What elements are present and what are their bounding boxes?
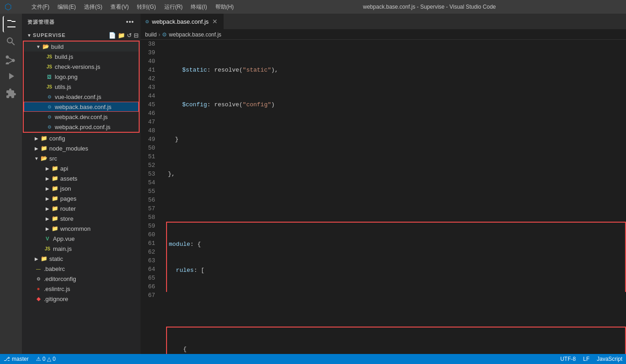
menu-help[interactable]: 帮助(H): [212, 2, 238, 12]
menu-edit[interactable]: 编辑(E): [54, 2, 79, 12]
tree-item-logo[interactable]: 🖼 logo.png: [24, 72, 139, 82]
tree-arrow-wncommon: ▶: [44, 225, 51, 232]
tree-arrow-build: ▼: [35, 43, 42, 50]
tree-label-config: config: [49, 135, 65, 142]
menu-select[interactable]: 选择(S): [80, 2, 106, 12]
tree-label-assets: assets: [60, 175, 78, 182]
activity-source-control-icon[interactable]: [3, 51, 19, 67]
tree-item-webpack-prod[interactable]: ⚙ webpack.prod.conf.js: [24, 122, 139, 132]
activity-extensions-icon[interactable]: [3, 85, 19, 102]
tree-item-build-js[interactable]: JS build.js: [24, 52, 139, 62]
menu-terminal[interactable]: 终端(I): [187, 2, 210, 12]
tree-label-check-versions: check-versions.js: [55, 63, 100, 70]
menu-view[interactable]: 查看(V): [107, 2, 132, 12]
sidebar-header-actions: •••: [125, 17, 135, 26]
menu-goto[interactable]: 转到(G): [133, 2, 159, 12]
breadcrumb-build[interactable]: build: [145, 31, 156, 38]
code-line-40: }: [168, 135, 626, 144]
folder-icon-pages: 📁: [51, 195, 58, 202]
code-line-44: {: [169, 345, 623, 354]
status-errors: ⚠ 0 △ 0: [36, 356, 56, 362]
tree-label-logo: logo.png: [55, 73, 78, 80]
tree-item-router[interactable]: ▶ 📁 router: [22, 203, 141, 213]
conf-icon-3: ⚙: [46, 113, 53, 120]
vscode-logo-icon: ⬡: [5, 2, 12, 12]
tree-item-eslintrc[interactable]: ● .eslintrc.js: [22, 284, 141, 294]
conf-icon-1: ⚙: [46, 93, 53, 100]
tree-item-assets[interactable]: ▶ 📁 assets: [22, 173, 141, 183]
eslint-icon: ●: [35, 285, 42, 292]
breadcrumb-filename[interactable]: webpack.base.conf.js: [169, 31, 221, 38]
tree-root-label: SUPERVISE: [33, 32, 66, 38]
tree-item-check-versions[interactable]: JS check-versions.js: [24, 62, 139, 72]
tree-item-vue-loader-conf[interactable]: ⚙ vue-loader.conf.js: [24, 92, 139, 102]
tree-label-app-vue: App.vue: [53, 235, 75, 242]
tree-arrow-router: ▶: [44, 205, 51, 212]
line-num-64: 64: [141, 265, 159, 274]
tree-label-store: store: [60, 215, 73, 222]
status-encoding: UTF-8: [560, 356, 576, 362]
tree-item-utils[interactable]: JS utils.js: [24, 82, 139, 92]
refresh-icon[interactable]: ↺: [127, 32, 132, 39]
activity-run-icon[interactable]: [3, 68, 19, 84]
tree-arrow-supervise: ▼: [26, 31, 33, 39]
line-num-54: 54: [141, 178, 159, 187]
new-file-icon[interactable]: 📄: [109, 32, 116, 39]
tree-item-src[interactable]: ▼ 📂 src: [22, 153, 141, 163]
tree-item-store[interactable]: ▶ 📁 store: [22, 213, 141, 224]
png-icon: 🖼: [46, 73, 53, 80]
code-line-41: },: [168, 170, 626, 178]
tab-close-button[interactable]: ✕: [211, 18, 219, 25]
line-num-46: 46: [141, 109, 159, 118]
activity-explorer-icon[interactable]: [3, 16, 19, 32]
tree-item-webpack-base[interactable]: ⚙ webpack.base.conf.js: [24, 102, 139, 112]
line-num-39: 39: [141, 48, 159, 57]
line-num-60: 60: [141, 230, 159, 239]
js-icon: JS: [46, 53, 53, 60]
tree-item-static[interactable]: ▶ 📁 static: [22, 254, 141, 264]
line-num-63: 63: [141, 256, 159, 265]
tree-label-webpack-base: webpack.base.conf.js: [55, 104, 111, 110]
tree-item-config[interactable]: ▶ 📁 config: [22, 133, 141, 143]
tree-arrow-api: ▶: [44, 165, 51, 172]
tree-item-babelrc[interactable]: — .babelrc: [22, 264, 141, 274]
tree-item-node-modules[interactable]: ▶ 📁 node_modules: [22, 143, 141, 153]
activity-bar: [0, 14, 22, 354]
tab-file-icon: ⚙: [145, 19, 149, 24]
tree-item-app-vue[interactable]: V App.vue: [22, 234, 141, 244]
js-icon-3: JS: [46, 83, 53, 90]
outer-red-box-top: module: { rules: [: [166, 222, 626, 292]
tree-item-wncommon[interactable]: ▶ 📁 wncommon: [22, 224, 141, 234]
tree-item-pages[interactable]: ▶ 📁 pages: [22, 193, 141, 203]
tree-item-json[interactable]: ▶ 📁 json: [22, 183, 141, 193]
vue-icon: V: [44, 235, 51, 242]
new-folder-icon[interactable]: 📁: [118, 32, 125, 39]
line-num-62: 62: [141, 248, 159, 256]
more-actions-icon[interactable]: •••: [125, 17, 135, 26]
tab-webpack-base[interactable]: ⚙ webpack.base.conf.js ✕: [141, 14, 224, 29]
menu-run[interactable]: 运行(R): [161, 2, 187, 12]
editor-area: ⚙ webpack.base.conf.js ✕ build › ⚙ webpa…: [141, 14, 626, 354]
code-editor[interactable]: 38 39 40 41 42 43 44 45 46 47 48 49 50 5…: [141, 40, 626, 354]
tree-item-build[interactable]: ▼ 📂 build: [24, 42, 139, 52]
menu-file[interactable]: 文件(F): [28, 2, 53, 12]
line-num-44: 44: [141, 92, 159, 100]
collapse-icon[interactable]: ⊟: [134, 32, 139, 39]
tree-label-build: build: [51, 43, 63, 50]
activity-search-icon[interactable]: [3, 33, 19, 50]
git-icon: ◆: [35, 295, 42, 302]
tree-item-api[interactable]: ▶ 📁 api: [22, 163, 141, 173]
line-num-65: 65: [141, 274, 159, 282]
code-line-38: $static: resolve("static"),: [168, 66, 626, 74]
tree-item-webpack-dev[interactable]: ⚙ webpack.dev.conf.js: [24, 112, 139, 122]
line-num-57: 57: [141, 204, 159, 213]
tab-label: webpack.base.conf.js: [152, 18, 209, 25]
folder-icon-store: 📁: [51, 215, 58, 222]
tree-item-editorconfig[interactable]: ⚙ .editorconfig: [22, 274, 141, 284]
tree-item-main-js[interactable]: JS main.js: [22, 244, 141, 254]
tree-item-gitignore[interactable]: ◆ .gitignore: [22, 294, 141, 304]
tree-root-supervise[interactable]: ▼ SUPERVISE 📄 📁 ↺ ⊟: [22, 30, 141, 40]
line-num-49: 49: [141, 135, 159, 144]
line-num-40: 40: [141, 57, 159, 66]
js-icon-2: JS: [46, 63, 53, 70]
